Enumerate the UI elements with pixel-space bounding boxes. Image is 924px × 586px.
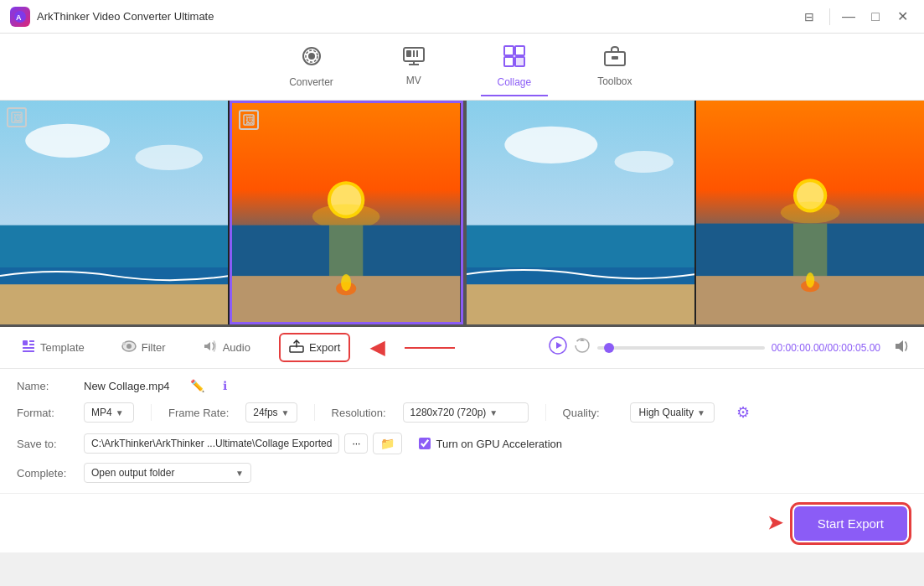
add-media-icon-1[interactable]: 🖼	[7, 107, 27, 127]
start-export-annotation-arrow: ➤	[767, 512, 782, 534]
audio-label: Audio	[223, 341, 250, 354]
template-label: Template	[40, 341, 85, 354]
footer: ➤ Start Export	[0, 494, 924, 552]
add-media-icon-2[interactable]: 🖼	[239, 110, 259, 130]
export-icon	[289, 340, 304, 355]
svg-rect-11	[504, 57, 514, 66]
filter-tab[interactable]: Filter	[113, 334, 174, 360]
resolution-select-arrow: ▼	[489, 408, 498, 417]
gpu-label: Turn on GPU Acceleration	[436, 438, 562, 450]
quality-select-arrow: ▼	[697, 408, 705, 417]
app-icon: A	[10, 7, 30, 27]
svg-point-18	[25, 124, 110, 158]
svg-text:A: A	[16, 13, 22, 22]
format-select[interactable]: MP4 ▼	[84, 402, 134, 423]
mv-icon	[402, 46, 426, 71]
preview-cell-2[interactable]: 🖼	[230, 101, 462, 324]
minimize-button[interactable]: —	[837, 5, 860, 29]
sep-3	[545, 404, 546, 421]
sep-2	[314, 404, 315, 421]
svg-point-43	[781, 201, 840, 223]
app-title: ArkThinker Video Converter Ultimate	[37, 10, 214, 23]
template-tab[interactable]: Template	[13, 334, 93, 360]
progress-bar[interactable]	[597, 346, 765, 350]
titlebar-left: A ArkThinker Video Converter Ultimate	[10, 7, 214, 27]
nav-tabs: Converter MV Collage	[0, 34, 924, 101]
svg-text:🖼: 🖼	[13, 113, 22, 122]
save-to-label: Save to:	[17, 438, 67, 450]
complete-action-select[interactable]: Open output folder ▼	[84, 463, 251, 483]
start-export-row: ➤ Start Export	[767, 506, 907, 541]
gpu-acceleration-checkbox[interactable]: Turn on GPU Acceleration	[419, 438, 562, 450]
tab-converter-label: Converter	[289, 76, 333, 88]
edit-name-button[interactable]: ✏️	[190, 379, 204, 392]
template-icon	[22, 340, 35, 355]
save-path: C:\ArkThinker\ArkThinker ...Ultimate\Col…	[84, 433, 339, 454]
sep-1	[151, 404, 152, 421]
tab-collage[interactable]: Collage	[481, 38, 548, 96]
export-label: Export	[309, 341, 341, 354]
name-label: Name:	[17, 380, 67, 392]
svg-point-55	[126, 344, 132, 349]
svg-rect-8	[416, 50, 418, 57]
resolution-select[interactable]: 1280x720 (720p) ▼	[403, 402, 529, 423]
volume-button[interactable]	[894, 339, 911, 357]
tab-mv-label: MV	[406, 75, 421, 86]
quality-label: Quality:	[563, 407, 613, 419]
tab-collage-label: Collage	[497, 76, 531, 88]
quality-select[interactable]: High Quality ▼	[630, 402, 715, 423]
tab-toolbox-label: Toolbox	[597, 75, 632, 87]
audio-tab[interactable]: Audio	[194, 334, 259, 360]
preview-cell-4[interactable]	[696, 101, 924, 324]
play-button[interactable]	[549, 336, 567, 359]
resolution-label: Resolution:	[332, 407, 386, 419]
progress-thumb[interactable]	[604, 343, 614, 353]
format-label: Format:	[17, 407, 67, 419]
gpu-checkbox-input[interactable]	[419, 438, 431, 449]
maximize-button[interactable]: □	[864, 5, 887, 29]
tab-converter[interactable]: Converter	[276, 38, 347, 96]
frame-rate-select-arrow: ▼	[281, 408, 290, 417]
svg-text:🖼: 🖼	[245, 116, 254, 125]
audio-icon	[203, 340, 218, 355]
frame-rate-label: Frame Rate:	[168, 407, 229, 419]
filter-label: Filter	[142, 341, 166, 354]
start-export-button[interactable]: Start Export	[794, 506, 907, 541]
collage-icon	[503, 44, 526, 73]
name-value: New Collage.mp4	[84, 380, 170, 392]
complete-select-arrow: ▼	[235, 469, 244, 478]
preview-area: 🖼 🖼	[0, 101, 924, 327]
preview-cell-1[interactable]: 🖼	[0, 101, 230, 324]
titlebar: A ArkThinker Video Converter Ultimate ⊟ …	[0, 0, 924, 34]
browse-button[interactable]: ···	[344, 433, 368, 454]
complete-row: Complete: Open output folder ▼	[17, 463, 907, 483]
svg-point-48	[806, 272, 814, 288]
svg-point-3	[308, 53, 315, 60]
svg-rect-49	[23, 340, 28, 345]
svg-rect-6	[406, 50, 411, 57]
svg-rect-10	[515, 46, 524, 55]
playback-controls: 00:00:00.00/00:00:05.00	[549, 336, 911, 359]
open-folder-button[interactable]: 📁	[373, 433, 402, 454]
menu-button[interactable]: ⊟	[796, 5, 823, 29]
info-button[interactable]: ℹ	[223, 379, 227, 392]
close-button[interactable]: ✕	[890, 5, 914, 29]
preview-cell-3[interactable]	[467, 101, 696, 324]
replay-button[interactable]	[574, 337, 591, 358]
format-row: Format: MP4 ▼ Frame Rate: 24fps ▼ Resolu…	[17, 401, 907, 424]
svg-rect-50	[29, 340, 34, 342]
svg-point-33	[341, 274, 351, 291]
frame-rate-select[interactable]: 24fps ▼	[245, 402, 297, 423]
svg-rect-22	[0, 284, 228, 324]
tab-mv[interactable]: MV	[380, 39, 447, 95]
svg-point-35	[504, 127, 597, 163]
titlebar-sep	[829, 8, 830, 25]
export-tab[interactable]: Export	[279, 333, 351, 362]
svg-rect-9	[504, 46, 514, 55]
path-display: C:\ArkThinker\ArkThinker ...Ultimate\Col…	[84, 433, 402, 454]
converter-icon	[300, 44, 323, 73]
svg-rect-30	[329, 226, 363, 277]
quality-settings-button[interactable]: ⚙	[731, 401, 755, 424]
svg-rect-39	[467, 284, 694, 324]
tab-toolbox[interactable]: Toolbox	[581, 39, 648, 96]
